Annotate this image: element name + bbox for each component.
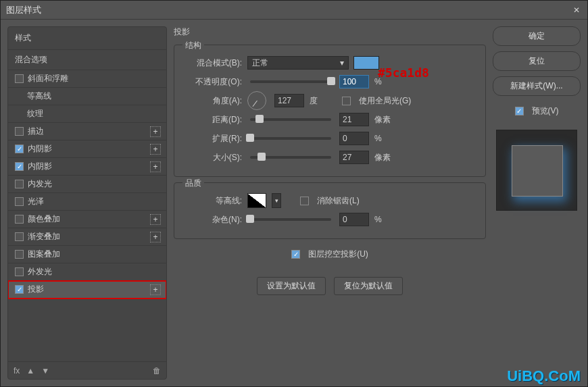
effect-checkbox[interactable] (15, 267, 24, 276)
sidebar-item-10[interactable]: 图案叠加 (8, 246, 166, 263)
angle-dial[interactable] (247, 91, 266, 110)
global-light-checkbox[interactable] (342, 97, 351, 105)
effect-checkbox[interactable]: ✓ (15, 162, 24, 171)
angle-value[interactable]: 127 (274, 94, 304, 107)
distance-label: 距离(D): (184, 114, 242, 126)
sidebar-item-6[interactable]: 内发光 (8, 176, 166, 193)
noise-slider[interactable] (250, 218, 331, 221)
effect-label: 描边 (28, 126, 150, 137)
shadow-color-swatch[interactable] (353, 56, 379, 70)
blend-mode-select[interactable]: 正常 ▾ (247, 56, 349, 70)
layer-style-dialog: 图层样式 ✕ 样式 混合选项 斜面和浮雕等高线纹理描边+✓内阴影+✓内阴影+内发… (0, 0, 588, 387)
sidebar-item-7[interactable]: 光泽 (8, 193, 166, 211)
effect-label: 等高线 (27, 91, 161, 102)
angle-unit: 度 (310, 95, 337, 107)
quality-fieldset: 品质 等高线: ▾ 消除锯齿(L) 杂色(N): 0 % (174, 182, 486, 239)
effect-checkbox[interactable] (15, 127, 24, 136)
trash-icon[interactable]: 🗑 (153, 366, 161, 376)
effect-checkbox[interactable]: ✓ (15, 285, 24, 294)
sidebar-item-8[interactable]: 颜色叠加+ (8, 211, 166, 228)
angle-label: 角度(A): (184, 95, 242, 107)
opacity-value[interactable]: 100 (339, 75, 369, 88)
distance-unit: 像素 (374, 114, 401, 126)
blend-options-header[interactable]: 混合选项 (8, 49, 166, 70)
window-title: 图层样式 (6, 4, 571, 16)
effect-label: 光泽 (28, 196, 161, 207)
opacity-label: 不透明度(O): (184, 76, 242, 88)
effect-label: 图案叠加 (28, 249, 161, 260)
size-slider[interactable] (250, 156, 331, 159)
effect-label: 内阴影 (28, 161, 150, 172)
antialias-checkbox[interactable] (300, 197, 309, 205)
spread-unit: % (374, 134, 401, 143)
spread-value[interactable]: 0 (339, 132, 369, 145)
size-label: 大小(S): (184, 152, 242, 163)
effect-checkbox[interactable] (15, 250, 24, 259)
distance-slider[interactable] (250, 118, 331, 121)
effect-label: 内阴影 (28, 143, 150, 155)
new-style-button[interactable]: 新建样式(W)... (493, 76, 581, 96)
sidebar-item-9[interactable]: 渐变叠加+ (8, 228, 166, 246)
styles-sidebar: 样式 混合选项 斜面和浮雕等高线纹理描边+✓内阴影+✓内阴影+内发光光泽颜色叠加… (7, 26, 167, 380)
effect-checkbox[interactable]: ✓ (15, 145, 24, 153)
panel-title: 投影 (174, 26, 486, 38)
size-value[interactable]: 27 (339, 151, 369, 164)
effects-list: 斜面和浮雕等高线纹理描边+✓内阴影+✓内阴影+内发光光泽颜色叠加+渐变叠加+图案… (8, 70, 166, 361)
right-column: 确定 复位 新建样式(W)... ✓ 预览(V) (493, 26, 581, 380)
effect-label: 斜面和浮雕 (28, 73, 161, 84)
sidebar-item-2[interactable]: 纹理 (8, 105, 166, 123)
blend-mode-label: 混合模式(B): (184, 57, 242, 69)
opacity-slider[interactable] (250, 80, 331, 83)
effect-label: 颜色叠加 (28, 213, 150, 225)
knockout-checkbox[interactable]: ✓ (291, 250, 300, 259)
dialog-body: 样式 混合选项 斜面和浮雕等高线纹理描边+✓内阴影+✓内阴影+内发光光泽颜色叠加… (1, 20, 587, 386)
structure-fieldset: 结构 混合模式(B): 正常 ▾ 不透明度(O): 100 % 角度 (174, 45, 486, 177)
effect-label: 外发光 (28, 266, 161, 278)
contour-dropdown[interactable]: ▾ (272, 193, 281, 208)
titlebar: 图层样式 ✕ (1, 1, 587, 20)
sidebar-item-11[interactable]: 外发光 (8, 263, 166, 281)
arrow-up-icon[interactable]: ▲ (26, 366, 34, 376)
effect-checkbox[interactable] (15, 74, 24, 83)
plus-icon[interactable]: + (150, 161, 161, 172)
arrow-down-icon[interactable]: ▼ (41, 366, 49, 376)
sidebar-item-1[interactable]: 等高线 (8, 88, 166, 105)
noise-value[interactable]: 0 (339, 213, 369, 226)
plus-icon[interactable]: + (150, 144, 161, 155)
sidebar-item-12[interactable]: ✓投影+ (8, 281, 166, 299)
watermark: UiBQ.CoM (507, 367, 581, 385)
quality-legend: 品质 (182, 178, 204, 189)
global-light-label: 使用全局光(G) (359, 95, 411, 107)
effect-checkbox[interactable] (15, 197, 24, 206)
effect-checkbox[interactable] (15, 180, 24, 188)
color-annotation: #5ca1d8 (378, 66, 429, 80)
settings-panel: 投影 结构 混合模式(B): 正常 ▾ 不透明度(O): 100 % (174, 26, 486, 380)
close-icon[interactable]: ✕ (571, 5, 582, 16)
knockout-label: 图层挖空投影(U) (308, 249, 368, 260)
make-default-button[interactable]: 设置为默认值 (257, 277, 326, 295)
sidebar-item-0[interactable]: 斜面和浮雕 (8, 70, 166, 88)
sidebar-item-4[interactable]: ✓内阴影+ (8, 140, 166, 158)
spread-label: 扩展(R): (184, 133, 242, 145)
reset-default-button[interactable]: 复位为默认值 (334, 277, 403, 295)
effect-checkbox[interactable] (15, 215, 24, 224)
sidebar-item-3[interactable]: 描边+ (8, 123, 166, 140)
cancel-button[interactable]: 复位 (493, 51, 581, 71)
sidebar-item-5[interactable]: ✓内阴影+ (8, 158, 166, 176)
plus-icon[interactable]: + (150, 232, 161, 242)
styles-header[interactable]: 样式 (8, 27, 166, 49)
plus-icon[interactable]: + (150, 284, 161, 295)
plus-icon[interactable]: + (150, 126, 161, 137)
contour-label: 等高线: (184, 195, 242, 207)
fx-icon[interactable]: fx (14, 366, 20, 376)
preview-label: 预览(V) (532, 105, 559, 117)
distance-value[interactable]: 21 (339, 113, 369, 126)
spread-slider[interactable] (250, 137, 331, 140)
ok-button[interactable]: 确定 (493, 26, 581, 46)
sidebar-footer: fx ▲ ▼ 🗑 (8, 361, 166, 379)
chevron-down-icon: ▾ (340, 58, 344, 68)
plus-icon[interactable]: + (150, 214, 161, 225)
preview-checkbox[interactable]: ✓ (515, 107, 524, 115)
contour-picker[interactable] (247, 193, 266, 208)
effect-checkbox[interactable] (15, 232, 24, 241)
